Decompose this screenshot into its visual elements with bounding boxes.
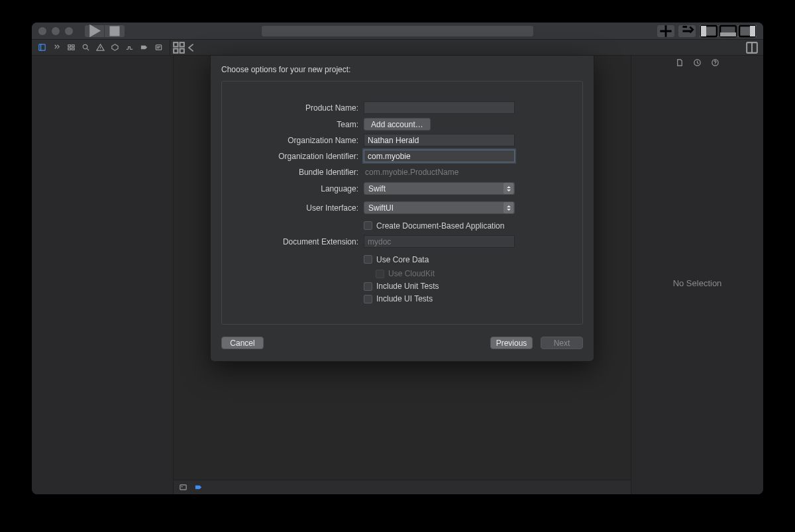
titlebar-right-controls — [657, 25, 757, 37]
svg-rect-0 — [110, 26, 120, 36]
doc-based-label: Create Document-Based Application — [376, 221, 504, 231]
unit-tests-checkbox[interactable] — [364, 282, 372, 291]
svg-rect-10 — [68, 48, 70, 50]
org-name-label: Organization Name: — [234, 136, 364, 145]
chevron-updown-icon — [504, 202, 513, 213]
svg-rect-19 — [180, 485, 186, 490]
doc-ext-input[interactable] — [364, 235, 515, 248]
project-navigator-icon[interactable] — [34, 40, 49, 56]
language-label: Language: — [234, 184, 364, 193]
add-account-button[interactable]: Add account… — [364, 118, 431, 131]
svg-rect-8 — [68, 45, 70, 47]
language-select[interactable]: Swift — [364, 182, 515, 195]
org-id-input[interactable] — [364, 150, 515, 162]
main-body: Choose options for your new project: Pro… — [32, 56, 763, 494]
unit-tests-label: Include Unit Tests — [376, 282, 439, 291]
chevron-updown-icon — [504, 183, 513, 194]
run-button[interactable] — [85, 25, 105, 37]
ui-value: SwiftUI — [368, 203, 394, 213]
titlebar — [32, 23, 763, 40]
product-name-input[interactable] — [364, 101, 515, 114]
org-id-label: Organization Identifier: — [234, 152, 364, 161]
ui-tests-checkbox[interactable] — [364, 295, 372, 303]
sheet-footer: Cancel Previous Next — [221, 337, 583, 349]
no-selection-label: No Selection — [631, 72, 763, 494]
options-form: Product Name: Team: Add account… Organiz… — [221, 81, 583, 325]
toggle-inspector-button[interactable] — [738, 25, 757, 37]
svg-rect-4 — [720, 32, 736, 36]
bundle-id-value: com.myobie.ProductName — [364, 168, 458, 177]
ui-label: User Interface: — [234, 203, 364, 213]
new-project-sheet: Choose options for your new project: Pro… — [210, 56, 594, 362]
doc-ext-label: Document Extension: — [234, 237, 364, 246]
svg-rect-14 — [174, 42, 178, 46]
svg-point-12 — [83, 44, 87, 49]
svg-rect-2 — [701, 26, 706, 36]
breakpoint-icon[interactable] — [194, 483, 203, 492]
cloudkit-checkbox — [376, 270, 384, 278]
run-stop-group — [85, 25, 125, 37]
library-button[interactable] — [657, 25, 674, 37]
debug-bar — [174, 480, 631, 494]
editor-options-icon[interactable] — [745, 40, 759, 56]
core-data-checkbox[interactable] — [364, 255, 372, 264]
close-window-button[interactable] — [38, 27, 46, 35]
issue-navigator-icon[interactable] — [93, 40, 107, 56]
svg-rect-17 — [180, 48, 184, 52]
language-value: Swift — [368, 184, 386, 193]
xcode-window: Choose options for your new project: Pro… — [32, 23, 763, 494]
panel-toggle-group — [700, 25, 757, 37]
stop-button[interactable] — [105, 25, 125, 37]
zoom-window-button[interactable] — [65, 27, 73, 35]
activity-view — [262, 26, 533, 36]
svg-rect-6 — [750, 26, 755, 36]
breakpoint-navigator-icon[interactable] — [136, 40, 151, 56]
find-navigator-icon[interactable] — [78, 40, 93, 56]
filter-icon[interactable] — [179, 483, 187, 492]
svg-rect-7 — [38, 44, 44, 50]
next-button: Next — [541, 337, 583, 349]
help-inspector-icon[interactable] — [711, 58, 719, 70]
editor-area: Choose options for your new project: Pro… — [174, 56, 631, 494]
doc-based-checkbox[interactable] — [364, 221, 372, 230]
navigator-panel — [32, 56, 174, 494]
svg-rect-11 — [72, 48, 74, 50]
inspector-tabs — [631, 56, 763, 72]
cloudkit-label: Use CloudKit — [388, 269, 435, 278]
toggle-navigator-button[interactable] — [700, 25, 719, 37]
svg-rect-16 — [174, 48, 178, 52]
traffic-lights — [38, 27, 73, 35]
test-navigator-icon[interactable] — [107, 40, 122, 56]
svg-rect-15 — [180, 42, 184, 46]
svg-rect-9 — [72, 45, 74, 47]
history-inspector-icon[interactable] — [693, 58, 702, 70]
bundle-id-label: Bundle Identifier: — [234, 168, 364, 177]
debug-navigator-icon[interactable] — [122, 40, 136, 56]
minimize-window-button[interactable] — [52, 27, 60, 35]
back-icon[interactable] — [186, 40, 197, 56]
grid-icon[interactable] — [172, 40, 186, 56]
core-data-label: Use Core Data — [376, 255, 429, 264]
svg-rect-13 — [156, 45, 161, 50]
previous-button[interactable]: Previous — [490, 337, 533, 349]
cancel-button[interactable]: Cancel — [221, 337, 264, 349]
source-control-navigator-icon[interactable] — [49, 40, 64, 56]
svg-point-23 — [715, 64, 716, 65]
toggle-debug-area-button[interactable] — [719, 25, 738, 37]
team-label: Team: — [234, 120, 364, 129]
product-name-label: Product Name: — [234, 103, 364, 113]
file-inspector-icon[interactable] — [675, 58, 684, 70]
ui-select[interactable]: SwiftUI — [364, 201, 515, 214]
code-review-button[interactable] — [678, 25, 696, 37]
report-navigator-icon[interactable] — [151, 40, 166, 56]
symbol-navigator-icon[interactable] — [64, 40, 78, 56]
navigator-toolbar — [32, 40, 763, 56]
ui-tests-label: Include UI Tests — [376, 294, 433, 303]
org-name-input[interactable] — [364, 134, 515, 146]
svg-point-20 — [182, 486, 183, 488]
sheet-title: Choose options for your new project: — [221, 65, 583, 74]
inspector-panel: No Selection — [631, 56, 763, 494]
